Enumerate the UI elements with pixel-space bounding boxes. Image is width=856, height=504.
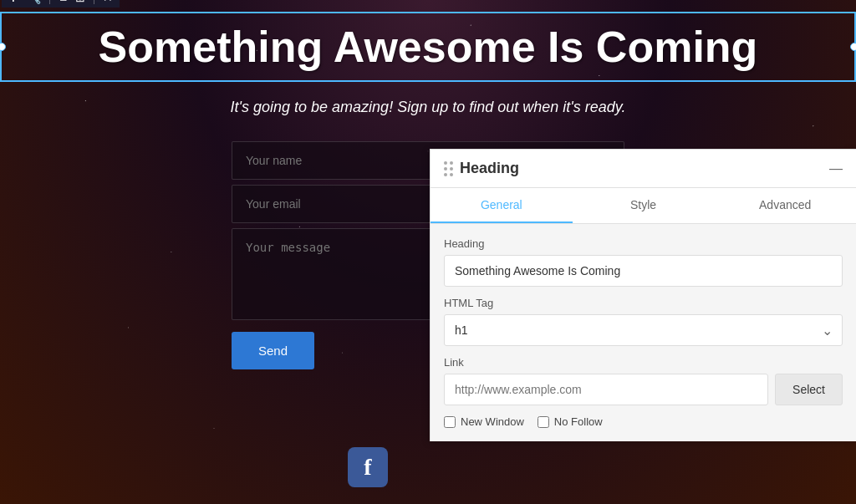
toolbar-separator [49, 0, 50, 4]
main-heading: Something Awesome Is Coming [18, 22, 838, 72]
drag-dots-row-2 [444, 167, 453, 171]
drag-dots-row-1 [444, 161, 453, 165]
drag-dot [444, 173, 447, 176]
drag-dots-row-3 [444, 173, 453, 176]
panel-header-left: Heading [444, 160, 519, 177]
send-button[interactable]: Send [232, 332, 314, 369]
no-follow-checkbox[interactable] [538, 416, 549, 428]
select-button[interactable]: Select [775, 374, 843, 405]
move-icon[interactable]: ✛ [8, 0, 18, 4]
tab-advanced[interactable]: Advanced [714, 188, 856, 223]
panel-minimize-button[interactable]: — [829, 161, 843, 176]
checkbox-row: New Window No Follow [444, 415, 843, 428]
new-window-checkbox-label[interactable]: New Window [444, 415, 524, 428]
html-tag-select-wrapper: h1 h2 h3 h4 h5 h6 p div span ⌄ [444, 314, 843, 346]
html-tag-select[interactable]: h1 h2 h3 h4 h5 h6 p div span [444, 314, 843, 346]
panel-header: Heading — [431, 150, 856, 188]
html-tag-field-label: HTML Tag [444, 297, 843, 309]
new-window-checkbox[interactable] [444, 416, 456, 428]
drag-dot [444, 167, 447, 171]
new-window-label: New Window [461, 415, 524, 428]
heading-text-input[interactable] [444, 255, 843, 287]
drag-dot [450, 167, 453, 171]
link-row: Select [444, 374, 843, 405]
link-input[interactable] [444, 374, 768, 405]
element-toolbar: ✛ 🔧 ⧉ ⊞ ✕ [2, 0, 120, 8]
panel-title: Heading [460, 160, 519, 177]
resize-handle-left[interactable] [0, 43, 6, 51]
toolbar-separator-2 [94, 0, 94, 4]
drag-dot [450, 161, 453, 165]
panel-body: Heading HTML Tag h1 h2 h3 h4 h5 h6 p div… [431, 224, 856, 441]
close-icon[interactable]: ✕ [103, 0, 113, 4]
facebook-icon[interactable]: f [348, 447, 388, 487]
grid-icon[interactable]: ⊞ [75, 0, 85, 4]
no-follow-label: No Follow [554, 415, 603, 428]
heading-field-label: Heading [444, 237, 843, 250]
tab-general[interactable]: General [431, 188, 573, 223]
drag-dot [444, 161, 447, 165]
subtitle-text: It's going to be amazing! Sign up to fin… [231, 99, 626, 116]
no-follow-checkbox-label[interactable]: No Follow [538, 415, 603, 428]
link-field-label: Link [444, 356, 843, 369]
wrench-icon[interactable]: 🔧 [27, 0, 41, 4]
heading-block[interactable]: ✛ 🔧 ⧉ ⊞ ✕ Something Awesome Is Coming [0, 12, 856, 82]
panel-tabs: General Style Advanced [431, 188, 856, 224]
panel-drag-handle[interactable] [444, 161, 453, 176]
heading-panel: Heading — General Style Advanced Heading… [430, 149, 856, 441]
drag-dot [450, 173, 453, 176]
copy-icon[interactable]: ⧉ [59, 0, 67, 4]
tab-style[interactable]: Style [573, 188, 715, 223]
resize-handle-right[interactable] [850, 43, 856, 51]
